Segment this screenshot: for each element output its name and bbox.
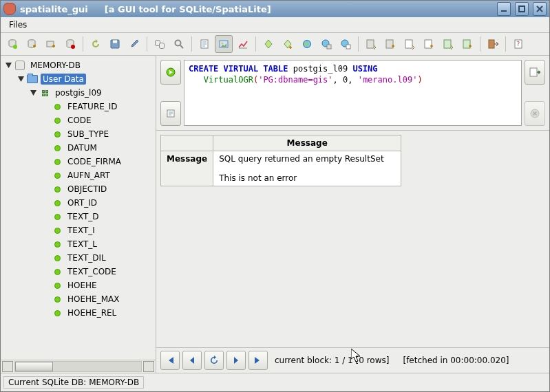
row-header[interactable]: Message xyxy=(161,151,213,186)
twisty-icon[interactable] xyxy=(5,62,12,69)
last-button[interactable] xyxy=(248,351,268,370)
tree-column[interactable]: HOEHE_MAX xyxy=(42,292,156,306)
column-icon xyxy=(54,159,61,165)
tree-column[interactable]: OBJECTID xyxy=(42,182,156,196)
tb-xls-icon[interactable] xyxy=(439,35,457,53)
result-cell[interactable]: SQL query returned an empty ResultSet Th… xyxy=(213,151,401,186)
column-icon xyxy=(54,269,61,275)
tb-script-icon[interactable] xyxy=(195,35,213,53)
tree-column[interactable]: TEXT_L xyxy=(42,237,156,251)
tb-eyedropper-icon[interactable] xyxy=(125,35,143,53)
tb-virtshp-icon[interactable] xyxy=(279,35,297,53)
svg-rect-20 xyxy=(367,40,374,48)
tree-column[interactable]: CODE_FIRMA xyxy=(42,155,156,168)
tb-chart-icon[interactable] xyxy=(234,35,252,53)
sql-editor[interactable]: CREATE VIRTUAL TABLE postgis_l09 USING V… xyxy=(184,60,522,126)
tb-disconnect-icon[interactable] xyxy=(61,35,79,53)
column-label: TEXT_DIL xyxy=(65,252,108,263)
tb-shp-icon[interactable] xyxy=(260,35,277,53)
tb-connect-icon[interactable] xyxy=(3,35,21,53)
column-icon xyxy=(54,310,61,316)
tree-column[interactable]: ORT_ID xyxy=(42,196,156,210)
tree-column[interactable]: HOEHE xyxy=(42,279,156,292)
tb-save-icon[interactable] xyxy=(106,35,124,53)
column-icon xyxy=(54,255,61,261)
tree-column[interactable]: TEXT_CODE xyxy=(42,265,156,279)
tree-column[interactable]: TEXT_D xyxy=(42,210,156,224)
tb-txt-link-icon[interactable] xyxy=(420,35,438,53)
tree-column[interactable]: HOEHE_REL xyxy=(42,306,156,320)
first-button[interactable] xyxy=(160,351,180,370)
tb-xls-link-icon[interactable] xyxy=(458,35,476,53)
userdata-label: User Data xyxy=(41,74,86,85)
tree-column[interactable]: FEATURE_ID xyxy=(42,100,156,113)
scroll-track[interactable] xyxy=(14,361,142,372)
next-button[interactable] xyxy=(226,351,246,370)
tb-newmem-icon[interactable] xyxy=(42,35,60,53)
column-icon xyxy=(54,186,61,193)
tb-dbf-link-icon[interactable] xyxy=(381,35,399,53)
column-icon xyxy=(54,131,61,138)
tb-image-icon[interactable] xyxy=(215,35,233,53)
refresh-button[interactable] xyxy=(204,351,224,370)
close-button[interactable] xyxy=(533,2,547,16)
svg-rect-19 xyxy=(346,45,350,49)
tb-txt-icon[interactable] xyxy=(401,35,419,53)
column-label: TEXT_D xyxy=(65,211,101,222)
tree-userdata[interactable]: User Data xyxy=(17,72,156,86)
svg-rect-21 xyxy=(386,40,393,48)
tree-root[interactable]: MEMORY-DB xyxy=(5,58,156,72)
db-tree[interactable]: MEMORY-DB User Data xyxy=(1,56,156,360)
fetch-time: [fetched in 00:00:00.020] xyxy=(403,356,509,365)
column-label: TEXT_L xyxy=(65,239,99,250)
column-label: OBJECTID xyxy=(65,184,109,195)
column-icon xyxy=(54,104,61,110)
tree-table[interactable]: postgis_l09 xyxy=(30,86,156,100)
tb-exit-icon[interactable] xyxy=(484,35,502,53)
results-panel: Message Message SQL query returned an em… xyxy=(156,131,549,348)
tree-column[interactable]: SUB_TYPE xyxy=(42,127,156,141)
scroll-thumb[interactable] xyxy=(15,362,53,371)
column-icon xyxy=(54,214,61,220)
scroll-right-icon[interactable] xyxy=(143,361,154,372)
twisty-icon[interactable] xyxy=(17,76,24,83)
twisty-icon[interactable] xyxy=(30,89,36,96)
tb-attach-icon[interactable] xyxy=(151,35,169,53)
clear-button[interactable] xyxy=(525,101,545,126)
tree-column[interactable]: AUFN_ART xyxy=(42,168,156,182)
column-icon xyxy=(54,228,61,234)
export-button[interactable] xyxy=(525,60,545,85)
tree-column[interactable]: TEXT_DIL xyxy=(42,251,156,265)
tb-globe-txt-icon[interactable] xyxy=(337,35,355,53)
titlebar[interactable]: spatialite_gui [a GUI tool for SQLite/Sp… xyxy=(1,1,549,17)
results-table[interactable]: Message Message SQL query returned an em… xyxy=(160,135,401,186)
column-label: CODE_FIRMA xyxy=(65,156,123,167)
scroll-left-icon[interactable] xyxy=(2,361,13,372)
maximize-button[interactable] xyxy=(515,2,529,16)
column-label: HOEHE_REL xyxy=(65,307,118,318)
tree-column[interactable]: DATUM xyxy=(42,141,156,155)
app-icon xyxy=(3,3,16,15)
prev-button[interactable] xyxy=(182,351,202,370)
svg-rect-0 xyxy=(519,6,525,12)
block-status: current block: 1 / 1 [0 rows] xyxy=(275,356,389,365)
tb-about-icon[interactable]: ? xyxy=(509,35,527,53)
column-label: TEXT_I xyxy=(65,225,97,236)
minimize-button[interactable] xyxy=(497,2,511,16)
col-header[interactable]: Message xyxy=(213,135,401,151)
svg-point-11 xyxy=(176,41,181,46)
run-sql-button[interactable] xyxy=(160,60,181,85)
tb-globe-dbf-icon[interactable] xyxy=(317,35,335,53)
svg-rect-26 xyxy=(489,40,494,48)
tree-hscroll[interactable] xyxy=(1,360,156,373)
tb-search-icon[interactable] xyxy=(170,35,188,53)
tb-dbf-icon[interactable] xyxy=(362,35,380,53)
tb-refresh-icon[interactable] xyxy=(87,35,105,53)
menu-files[interactable]: Files xyxy=(3,19,32,31)
tree-column[interactable]: TEXT_I xyxy=(42,224,156,237)
tree-column[interactable]: CODE xyxy=(42,113,156,127)
history-button[interactable] xyxy=(160,101,181,126)
svg-rect-17 xyxy=(327,45,331,49)
tb-new-icon[interactable] xyxy=(23,35,41,53)
tb-globe-import-icon[interactable] xyxy=(298,35,316,53)
